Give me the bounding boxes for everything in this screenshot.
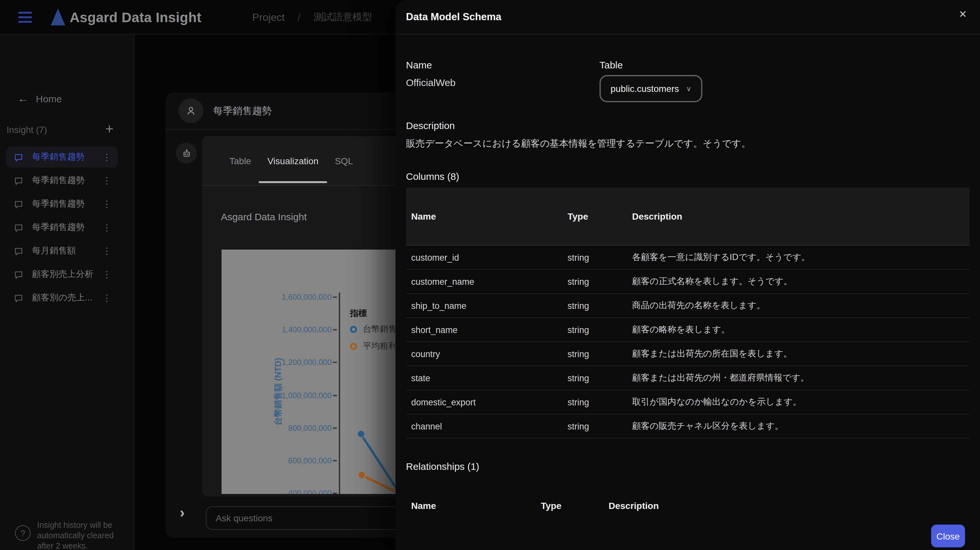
table-row: ship_to_name string 商品の出荷先の名称を表します。 bbox=[406, 294, 970, 318]
table-select-dropdown[interactable]: public.customers ∨ bbox=[600, 75, 702, 102]
cell-description: 顧客の正式名称を表します。そうです。 bbox=[627, 276, 970, 288]
rel-header-type: Type bbox=[536, 501, 603, 511]
modal-title: Data Model Schema bbox=[406, 11, 501, 23]
insight-item-label: 顧客別の売上... bbox=[32, 292, 99, 304]
insight-item-label: 每月銷售額 bbox=[32, 245, 99, 257]
table-select-value: public.customers bbox=[611, 83, 679, 94]
cell-description: 商品の出荷先の名称を表します。 bbox=[627, 300, 970, 312]
table-row: state string 顧客または出荷先の州・都道府県情報です。 bbox=[406, 366, 970, 390]
tab-label: SQL bbox=[335, 156, 353, 166]
cell-description: 顧客の略称を表します。 bbox=[627, 324, 970, 335]
chat-thread-header: 每季銷售趨勢 bbox=[165, 92, 417, 130]
sidebar-item-insight[interactable]: 每季銷售趨勢 ⋮ bbox=[6, 146, 118, 167]
result-tabs: Table Visualization SQL bbox=[202, 136, 417, 186]
cell-type: string bbox=[562, 421, 627, 431]
breadcrumb: Project / 測試語意模型 bbox=[252, 0, 372, 35]
cell-name: short_name bbox=[406, 325, 562, 335]
insight-section-title: Insight (7) bbox=[6, 124, 47, 135]
table-row: country string 顧客または出荷先の所在国を表します。 bbox=[406, 342, 970, 366]
table-row: domestic_export string 取引が国内なのか輸出なのかを示しま… bbox=[406, 390, 970, 415]
kebab-menu-icon[interactable]: ⋮ bbox=[102, 175, 111, 186]
description-label: Description bbox=[406, 120, 970, 131]
cell-type: string bbox=[562, 349, 627, 359]
brand-triangle-icon bbox=[51, 8, 65, 25]
sidebar-item-insight[interactable]: 每季銷售趨勢 ⋮ bbox=[6, 194, 118, 215]
table-field: Table public.customers ∨ bbox=[600, 59, 702, 102]
insight-item-label: 每季銷售趨勢 bbox=[32, 175, 99, 186]
series-point-margin[interactable] bbox=[358, 472, 365, 478]
ask-questions-input[interactable] bbox=[206, 506, 417, 530]
rel-header-name: Name bbox=[406, 501, 536, 511]
cell-name: customer_name bbox=[406, 277, 562, 286]
result-panel: Table Visualization SQL Asgard Data Insi… bbox=[202, 136, 417, 497]
sidebar-item-insight[interactable]: 每季銷售趨勢 ⋮ bbox=[6, 217, 118, 238]
breadcrumb-project[interactable]: Project bbox=[252, 11, 285, 23]
bot-avatar bbox=[176, 143, 197, 164]
col-header-description: Description bbox=[627, 211, 970, 222]
kebab-menu-icon[interactable]: ⋮ bbox=[102, 292, 111, 303]
cell-description: 顧客の販売チャネル区分を表します。 bbox=[627, 420, 970, 432]
result-tab[interactable]: Table bbox=[229, 136, 251, 185]
kebab-menu-icon[interactable]: ⋮ bbox=[102, 246, 111, 256]
insight-item-label: 每季銷售趨勢 bbox=[32, 198, 99, 210]
add-insight-button[interactable]: + bbox=[105, 122, 113, 135]
sidebar-item-insight[interactable]: 每月銷售額 ⋮ bbox=[6, 240, 118, 261]
rel-header-description: Description bbox=[603, 501, 970, 511]
thread-title: 每季銷售趨勢 bbox=[213, 105, 272, 117]
relationships-table-header: Name Type Description bbox=[406, 501, 970, 511]
chat-bubble-icon bbox=[14, 199, 24, 209]
description-value: 販売データベースにおける顧客の基本情報を管理するテーブルです。そうです。 bbox=[406, 137, 970, 151]
table-row: short_name string 顧客の略称を表します。 bbox=[406, 318, 970, 342]
cell-type: string bbox=[562, 373, 627, 383]
chat-bubble-icon bbox=[14, 293, 24, 303]
chevron-down-icon: ∨ bbox=[686, 84, 691, 93]
sidebar-home-link[interactable]: ← Home bbox=[18, 93, 62, 104]
name-field-value: OfficialWeb bbox=[406, 77, 600, 88]
chat-bubble-icon bbox=[14, 152, 24, 162]
series-line-sales bbox=[363, 437, 396, 488]
result-tab[interactable]: Visualization bbox=[267, 136, 319, 185]
cell-type: string bbox=[562, 301, 627, 310]
sidebar: ← Home Insight (7) + 每季銷售趨勢 ⋮ bbox=[0, 35, 134, 550]
cell-description: 顧客または出荷先の所在国を表します。 bbox=[627, 348, 970, 360]
cell-name: channel bbox=[406, 421, 562, 431]
hamburger-menu-icon[interactable] bbox=[18, 12, 32, 23]
data-model-schema-modal: Data Model Schema ✕ Name OfficialWeb Tab… bbox=[396, 0, 980, 550]
relationships-section-title: Relationships (1) bbox=[406, 461, 970, 472]
col-header-type: Type bbox=[562, 211, 627, 222]
breadcrumb-separator: / bbox=[298, 12, 301, 23]
series-point-sales[interactable] bbox=[358, 431, 364, 437]
history-note-text: Insight history will be automatically cl… bbox=[37, 520, 126, 550]
kebab-menu-icon[interactable]: ⋮ bbox=[102, 222, 111, 233]
cell-type: string bbox=[562, 277, 627, 286]
result-tab[interactable]: SQL bbox=[335, 136, 353, 185]
insight-section-header: Insight (7) + bbox=[6, 124, 128, 135]
chat-bubble-icon bbox=[14, 269, 24, 279]
close-icon[interactable]: ✕ bbox=[959, 9, 967, 19]
home-label: Home bbox=[36, 93, 62, 104]
line-chart: 1,600,000,000 1,400,000,000 1,200,000,00… bbox=[221, 250, 417, 494]
kebab-menu-icon[interactable]: ⋮ bbox=[102, 152, 111, 162]
panel-title: Asgard Data Insight bbox=[221, 211, 417, 222]
insight-item-label: 每季銷售趨勢 bbox=[32, 222, 99, 233]
sidebar-item-insight[interactable]: 顧客別売上分析 ⋮ bbox=[6, 264, 118, 285]
cell-name: domestic_export bbox=[406, 397, 562, 407]
sidebar-item-insight[interactable]: 每季銷售趨勢 ⋮ bbox=[6, 170, 118, 191]
cell-name: state bbox=[406, 373, 562, 383]
expand-chevron-icon[interactable]: › bbox=[180, 505, 185, 520]
cell-name: country bbox=[406, 349, 562, 359]
table-row: customer_id string 各顧客を一意に識別するIDです。そうです。 bbox=[406, 246, 970, 270]
cell-description: 各顧客を一意に識別するIDです。そうです。 bbox=[627, 251, 970, 263]
schema-fields: Name OfficialWeb Table public.customers … bbox=[406, 59, 970, 102]
sidebar-item-insight[interactable]: 顧客別の売上... ⋮ bbox=[6, 288, 118, 308]
modal-body: Name OfficialWeb Table public.customers … bbox=[396, 35, 980, 550]
columns-section-title: Columns (8) bbox=[406, 171, 970, 182]
kebab-menu-icon[interactable]: ⋮ bbox=[102, 269, 111, 280]
name-field-label: Name bbox=[406, 59, 600, 70]
columns-table-body: customer_id string 各顧客を一意に識別するIDです。そうです。… bbox=[406, 245, 970, 439]
insight-item-label: 顧客別売上分析 bbox=[32, 269, 99, 280]
chart-series bbox=[221, 250, 417, 494]
cell-type: string bbox=[562, 253, 627, 262]
kebab-menu-icon[interactable]: ⋮ bbox=[102, 199, 111, 209]
close-button[interactable]: Close bbox=[931, 525, 965, 547]
